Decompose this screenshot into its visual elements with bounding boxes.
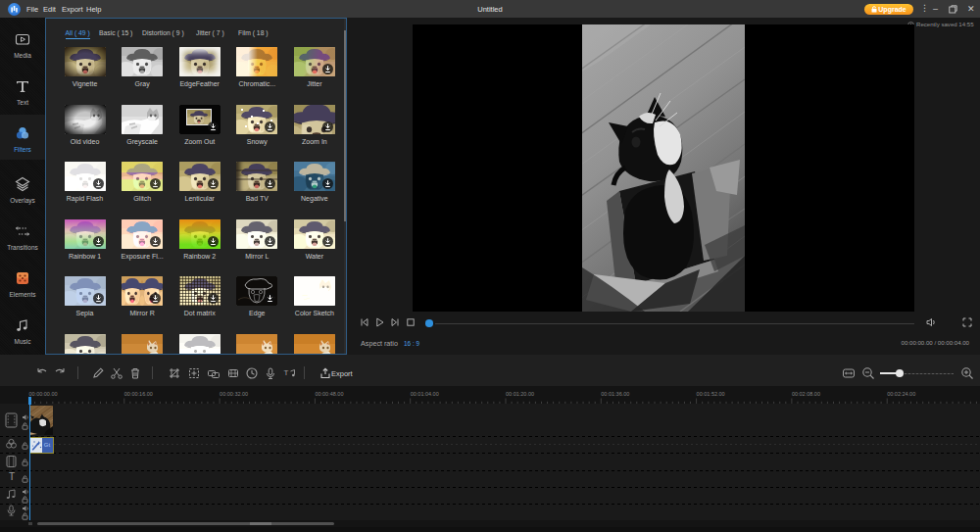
svg-text:T: T [284, 368, 289, 377]
